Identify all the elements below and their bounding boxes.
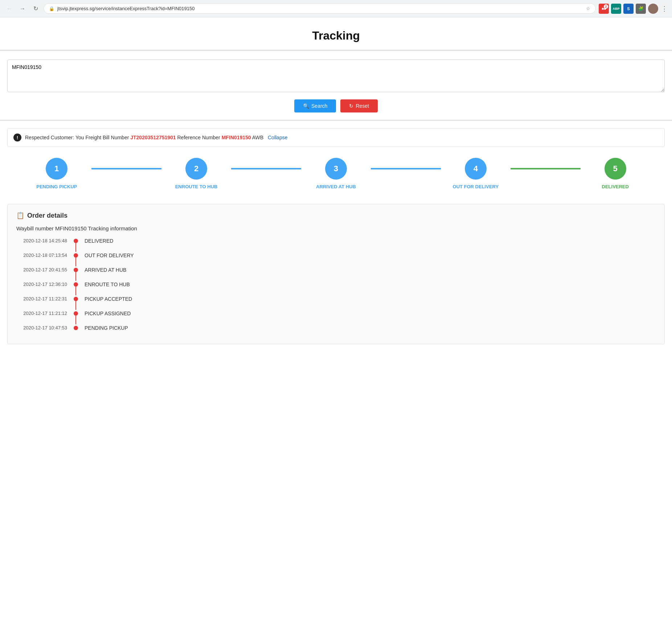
search-icon: 🔍 bbox=[303, 103, 309, 109]
connector-4-5 bbox=[511, 168, 580, 169]
timeline-item: 2020-12-17 11:21:12 PICKUP ASSIGNED bbox=[20, 310, 656, 324]
reference-number: MFIN019150 bbox=[222, 135, 251, 140]
order-icon: 📋 bbox=[16, 212, 24, 219]
step-circle-3: 3 bbox=[325, 158, 347, 180]
timeline-dot-col bbox=[73, 295, 79, 310]
step-3: 3 ARRIVED AT HUB bbox=[301, 158, 371, 189]
step-5: 5 DELIVERED bbox=[581, 158, 650, 189]
step-label-5: DELIVERED bbox=[602, 184, 629, 189]
notif-text-after: AWB bbox=[252, 135, 263, 140]
page-content: Tracking MFIN019150 🔍 Search ↻ Reset ! R… bbox=[0, 17, 672, 624]
steps-track: 1 PENDING PICKUP 2 ENROUTE TO HUB 3 ARRI… bbox=[22, 158, 650, 189]
timeline-item: 2020-12-17 10:47:53 PENDING PICKUP bbox=[20, 324, 656, 337]
timeline-date: 2020-12-18 14:25:48 bbox=[20, 237, 67, 243]
timeline-event: PICKUP ASSIGNED bbox=[85, 310, 131, 322]
timeline-line bbox=[75, 316, 76, 324]
ext-button-1[interactable]: 2 ■■ bbox=[599, 4, 609, 14]
waybill-heading: Waybill number MFIN019150 Tracking infor… bbox=[16, 225, 656, 231]
step-label-3: ARRIVED AT HUB bbox=[316, 184, 356, 189]
timeline-dot bbox=[74, 282, 78, 287]
bookmark-icon: ☆ bbox=[586, 6, 590, 11]
forward-button[interactable]: → bbox=[17, 4, 28, 14]
step-label-4: OUT FOR DELIVERY bbox=[453, 184, 499, 189]
step-circle-1: 1 bbox=[46, 158, 67, 180]
reset-icon: ↻ bbox=[349, 103, 353, 109]
step-2: 2 ENROUTE TO HUB bbox=[161, 158, 231, 189]
connector-1-2 bbox=[91, 168, 161, 169]
ext-button-abp[interactable]: ABP bbox=[611, 4, 621, 14]
tracking-input[interactable]: MFIN019150 bbox=[7, 59, 665, 92]
timeline-item: 2020-12-17 12:36:10 ENROUTE TO HUB bbox=[20, 281, 656, 295]
timeline-line bbox=[75, 243, 76, 252]
step-4: 4 OUT FOR DELIVERY bbox=[441, 158, 511, 189]
page-header: Tracking bbox=[0, 17, 672, 51]
timeline-date: 2020-12-18 07:13:54 bbox=[20, 252, 67, 258]
notification-text: Respected Customer: You Freight Bill Num… bbox=[25, 135, 659, 140]
step-circle-2: 2 bbox=[185, 158, 207, 180]
timeline-dot-col bbox=[73, 237, 79, 252]
back-button[interactable]: ← bbox=[4, 4, 15, 14]
alert-icon: ! bbox=[13, 134, 21, 141]
timeline-dot bbox=[74, 326, 78, 330]
timeline-dot bbox=[74, 311, 78, 316]
connector-2-3 bbox=[231, 168, 301, 169]
user-avatar[interactable] bbox=[648, 4, 658, 14]
collapse-link[interactable]: Collapse bbox=[268, 135, 287, 140]
timeline-dot-col bbox=[73, 266, 79, 281]
timeline-dot-col bbox=[73, 252, 79, 266]
timeline-event: ENROUTE TO HUB bbox=[85, 281, 130, 293]
connector-3-4 bbox=[371, 168, 441, 169]
timeline-event: PENDING PICKUP bbox=[85, 324, 128, 337]
browser-chrome: ← → ↻ 🔒 jtsvip.jtexpress.sg/service/inst… bbox=[0, 0, 672, 17]
button-row: 🔍 Search ↻ Reset bbox=[7, 99, 665, 112]
timeline-event: DELIVERED bbox=[85, 237, 113, 250]
timeline-date: 2020-12-17 12:36:10 bbox=[20, 281, 67, 287]
notif-text-middle: Reference Number bbox=[177, 135, 220, 140]
page-title: Tracking bbox=[0, 29, 672, 42]
browser-menu-button[interactable]: ⋮ bbox=[661, 5, 668, 13]
order-details: 📋 Order details Waybill number MFIN01915… bbox=[7, 204, 665, 344]
timeline-line bbox=[75, 287, 76, 295]
timeline-event: OUT FOR DELIVERY bbox=[85, 252, 134, 264]
step-circle-4: 4 bbox=[465, 158, 487, 180]
timeline-date: 2020-12-17 11:22:31 bbox=[20, 295, 67, 301]
timeline-date: 2020-12-17 10:47:53 bbox=[20, 324, 67, 331]
search-section: MFIN019150 🔍 Search ↻ Reset bbox=[0, 51, 672, 121]
search-button-label: Search bbox=[311, 103, 327, 109]
reset-button-label: Reset bbox=[356, 103, 369, 109]
timeline-date: 2020-12-17 11:21:12 bbox=[20, 310, 67, 316]
notification-banner: ! Respected Customer: You Freight Bill N… bbox=[7, 128, 665, 147]
timeline-dot bbox=[74, 253, 78, 258]
address-bar[interactable]: 🔒 jtsvip.jtexpress.sg/service/instanceEx… bbox=[44, 3, 596, 14]
timeline-line bbox=[75, 301, 76, 310]
order-details-title: 📋 Order details bbox=[16, 212, 656, 219]
timeline-line bbox=[75, 258, 76, 266]
timeline-line bbox=[75, 272, 76, 281]
reset-button[interactable]: ↻ Reset bbox=[340, 99, 378, 112]
browser-extensions: 2 ■■ ABP S 🧩 ⋮ bbox=[599, 4, 668, 14]
timeline-event: PICKUP ACCEPTED bbox=[85, 295, 132, 308]
timeline-item: 2020-12-18 14:25:48 DELIVERED bbox=[20, 237, 656, 252]
timeline-item: 2020-12-17 11:22:31 PICKUP ACCEPTED bbox=[20, 295, 656, 310]
timeline-dot bbox=[74, 239, 78, 243]
step-circle-5: 5 bbox=[605, 158, 626, 180]
timeline-event: ARRIVED AT HUB bbox=[85, 266, 126, 279]
search-button[interactable]: 🔍 Search bbox=[294, 99, 336, 112]
timeline-dot-col bbox=[73, 310, 79, 324]
reload-button[interactable]: ↻ bbox=[30, 4, 41, 14]
timeline-item: 2020-12-17 20:41:55 ARRIVED AT HUB bbox=[20, 266, 656, 281]
step-label-2: ENROUTE TO HUB bbox=[175, 184, 218, 189]
url-text: jtsvip.jtexpress.sg/service/instanceExpr… bbox=[57, 6, 583, 11]
timeline-dot-col bbox=[73, 324, 79, 330]
timeline-date: 2020-12-17 20:41:55 bbox=[20, 266, 67, 272]
ext-button-puzzle[interactable]: 🧩 bbox=[636, 4, 646, 14]
lock-icon: 🔒 bbox=[49, 6, 54, 11]
ext-badge: 2 bbox=[604, 4, 608, 9]
bill-number: JT20203512751901 bbox=[130, 135, 176, 140]
ext-button-s[interactable]: S bbox=[623, 4, 634, 14]
notif-text-before: Respected Customer: You Freight Bill Num… bbox=[25, 135, 129, 140]
timeline: 2020-12-18 14:25:48 DELIVERED 2020-12-18… bbox=[16, 237, 656, 337]
step-label-1: PENDING PICKUP bbox=[36, 184, 77, 189]
timeline-item: 2020-12-18 07:13:54 OUT FOR DELIVERY bbox=[20, 252, 656, 266]
step-1: 1 PENDING PICKUP bbox=[22, 158, 91, 189]
